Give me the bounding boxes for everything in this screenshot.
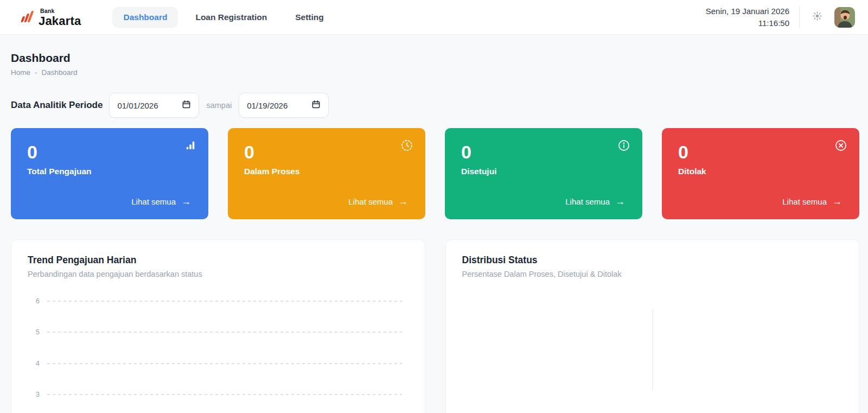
start-date-input[interactable] xyxy=(117,101,182,110)
breadcrumb-separator: - xyxy=(35,68,37,77)
distribusi-status-panel: Distribusi Status Persentase Dalam Prose… xyxy=(445,239,860,413)
gridline: 5 xyxy=(28,328,402,336)
lihat-semua-label: Lihat semua xyxy=(782,197,827,206)
nav-item-loan-registration[interactable]: Loan Registration xyxy=(184,7,278,28)
gridline: 6 xyxy=(28,297,402,305)
trend-line-chart: 6 5 4 3 2 xyxy=(28,301,409,413)
gridline: 4 xyxy=(28,360,402,367)
filter-label: Data Analitik Periode xyxy=(11,100,103,111)
calendar-icon[interactable] xyxy=(182,100,191,111)
arrow-right-icon: → xyxy=(832,196,842,206)
empty-pie-chart-divider xyxy=(652,309,653,391)
arrow-right-icon: → xyxy=(181,196,191,206)
breadcrumb-current: Dashboard xyxy=(42,68,78,77)
user-avatar[interactable] xyxy=(834,7,855,28)
bank-jakarta-logo: Bank Jakarta xyxy=(18,8,81,27)
sun-icon xyxy=(812,11,822,23)
y-axis-tick: 4 xyxy=(28,360,40,367)
stat-label: Dalam Proses xyxy=(244,167,409,176)
clock-icon xyxy=(400,139,413,154)
panel-subtitle: Persentase Dalam Proses, Disetujui & Dit… xyxy=(462,269,843,279)
current-datetime: Senin, 19 Januari 2026 11:16:50 xyxy=(706,5,789,29)
x-circle-icon xyxy=(834,139,847,154)
breadcrumb: Home - Dashboard xyxy=(11,68,859,77)
panel-title: Distribusi Status xyxy=(462,254,843,266)
bar-chart-icon xyxy=(184,139,196,153)
arrow-right-icon: → xyxy=(398,196,408,206)
panel-title: Trend Pengajuan Harian xyxy=(28,254,409,266)
header-divider xyxy=(799,7,800,28)
stat-label: Total Pengajuan xyxy=(27,167,192,176)
lihat-semua-link[interactable]: Lihat semua → xyxy=(782,196,842,206)
nav-item-setting[interactable]: Setting xyxy=(284,7,335,28)
breadcrumb-home[interactable]: Home xyxy=(11,68,30,77)
info-icon xyxy=(617,139,630,154)
topbar: Bank Jakarta Dashboard Loan Registration… xyxy=(0,0,868,35)
y-axis-tick: 3 xyxy=(28,391,40,398)
lihat-semua-link[interactable]: Lihat semua → xyxy=(565,196,625,206)
lihat-semua-link[interactable]: Lihat semua → xyxy=(131,196,191,206)
card-total-pengajuan: 0 Total Pengajuan Lihat semua → xyxy=(11,128,208,219)
lihat-semua-label: Lihat semua xyxy=(131,197,176,206)
current-date: Senin, 19 Januari 2026 xyxy=(706,5,789,17)
theme-toggle-button[interactable] xyxy=(809,10,825,25)
lihat-semua-label: Lihat semua xyxy=(348,197,393,206)
stat-label: Disetujui xyxy=(461,167,626,176)
arrow-right-icon: → xyxy=(615,196,625,206)
end-date-input[interactable] xyxy=(247,101,311,110)
calendar-icon[interactable] xyxy=(311,100,321,111)
main-nav: Dashboard Loan Registration Setting xyxy=(112,7,334,28)
stat-label: Ditolak xyxy=(678,167,843,176)
logo-text-jakarta: Jakarta xyxy=(39,15,81,27)
stat-value: 0 xyxy=(678,142,843,162)
gridline: 3 xyxy=(28,391,402,398)
logo-text-bank: Bank xyxy=(40,8,81,14)
filter-conjunction: sampai xyxy=(206,101,232,110)
main-content: Dashboard Home - Dashboard Data Analitik… xyxy=(0,35,868,413)
y-axis-tick: 5 xyxy=(28,328,40,336)
logo-icon xyxy=(18,8,34,27)
lihat-semua-label: Lihat semua xyxy=(565,197,610,206)
end-date-field[interactable] xyxy=(239,93,329,118)
card-ditolak: 0 Ditolak Lihat semua → xyxy=(662,128,859,219)
nav-item-dashboard[interactable]: Dashboard xyxy=(112,7,178,28)
chart-panels: Trend Pengajuan Harian Perbandingan data… xyxy=(11,239,859,413)
page-title: Dashboard xyxy=(11,52,859,65)
card-dalam-proses: 0 Dalam Proses Lihat semua → xyxy=(228,128,425,219)
card-disetujui: 0 Disetujui Lihat semua → xyxy=(445,128,642,219)
trend-pengajuan-panel: Trend Pengajuan Harian Perbandingan data… xyxy=(11,239,425,413)
start-date-field[interactable] xyxy=(109,93,199,118)
current-time: 11:16:50 xyxy=(706,17,789,29)
panel-subtitle: Perbandingan data pengajuan berdasarkan … xyxy=(28,269,409,279)
stat-value: 0 xyxy=(461,142,626,162)
lihat-semua-link[interactable]: Lihat semua → xyxy=(348,196,408,206)
y-axis-tick: 6 xyxy=(28,297,40,305)
analytics-period-filter: Data Analitik Periode sampai xyxy=(11,93,859,118)
stat-cards: 0 Total Pengajuan Lihat semua → 0 Dalam … xyxy=(11,128,859,219)
stat-value: 0 xyxy=(244,142,409,162)
stat-value: 0 xyxy=(27,142,192,162)
